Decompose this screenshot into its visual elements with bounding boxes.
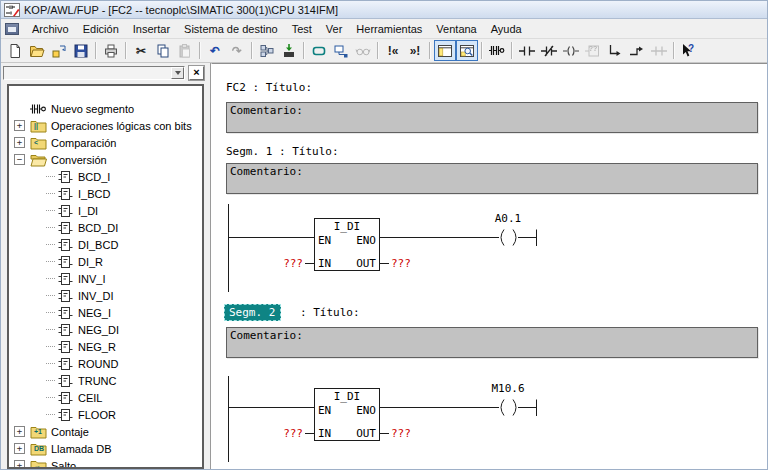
- toolbar-separator: [95, 42, 97, 59]
- contact-nc-button[interactable]: [538, 40, 560, 61]
- tree-item-round[interactable]: ROUND: [9, 355, 202, 372]
- tree-item-neg-di[interactable]: NEG_DI: [9, 321, 202, 338]
- in-pin-label: IN: [318, 257, 331, 270]
- save-button[interactable]: [70, 40, 92, 61]
- coil-operand[interactable]: M10.6: [491, 382, 524, 395]
- menu-archivo[interactable]: Archivo: [25, 20, 76, 38]
- open-button[interactable]: [26, 40, 48, 61]
- cut-button[interactable]: ✂: [130, 40, 152, 61]
- menu-sistema-de-destino[interactable]: Sistema de destino: [177, 20, 285, 38]
- output-coil[interactable]: M10.6: [491, 382, 536, 416]
- new-button[interactable]: [4, 40, 26, 61]
- next-error-button[interactable]: »!: [404, 40, 426, 61]
- monitor-button[interactable]: [308, 40, 330, 61]
- tree-item-operaciones-l-gicas-con-bits[interactable]: +||Operaciones lógicas con bits: [9, 117, 202, 134]
- tree-item-neg-i[interactable]: NEG_I: [9, 304, 202, 321]
- tree-item-llamada-db[interactable]: +DBLlamada DB: [9, 440, 202, 457]
- output-coil[interactable]: A0.1: [495, 212, 537, 246]
- folder-badge: ||: [34, 122, 38, 129]
- comment-label: Comentario:: [230, 329, 303, 342]
- tree-item-neg-r[interactable]: NEG_R: [9, 338, 202, 355]
- copy-button[interactable]: [152, 40, 174, 61]
- menu-ver[interactable]: Ver: [319, 20, 350, 38]
- segment-icon: [30, 102, 47, 116]
- tree-item-bcd-di[interactable]: BCD_DI: [9, 219, 202, 236]
- coil-operand[interactable]: A0.1: [495, 212, 522, 225]
- contact-no-button[interactable]: [516, 40, 538, 61]
- out-operand-placeholder[interactable]: ???: [391, 257, 411, 270]
- combo-dropdown-button[interactable]: [171, 67, 184, 79]
- menu-ayuda[interactable]: Ayuda: [484, 20, 529, 38]
- save-block-button[interactable]: [48, 40, 70, 61]
- tree-item-trunc[interactable]: TRUNC: [9, 372, 202, 389]
- prev-error-button[interactable]: !«: [382, 40, 404, 61]
- close-sidebar-button[interactable]: ×: [189, 66, 204, 80]
- undo-button[interactable]: ↶: [204, 40, 226, 61]
- block-comment-box[interactable]: Comentario:: [226, 102, 758, 133]
- tree-item-label: BCD_DI: [78, 222, 118, 234]
- in-operand-placeholder[interactable]: ???: [283, 257, 303, 270]
- tree-item-inv-di[interactable]: INV_DI: [9, 287, 202, 304]
- redo-button: ↷: [226, 40, 248, 61]
- segment1-title[interactable]: Segm. 1 : Título:: [226, 145, 339, 158]
- open-branch-button[interactable]: [604, 40, 626, 61]
- tree-item-conversi-n[interactable]: −Conversión: [9, 151, 202, 168]
- tree-item-floor[interactable]: FLOOR: [9, 406, 202, 423]
- menu-test[interactable]: Test: [285, 20, 319, 38]
- expand-icon[interactable]: +: [14, 460, 25, 469]
- segment2-comment-box[interactable]: Comentario:: [226, 327, 758, 358]
- print-button[interactable]: [100, 40, 122, 61]
- connect-icon: [333, 43, 349, 59]
- box-element-icon: [57, 170, 74, 184]
- connection-button[interactable]: [330, 40, 352, 61]
- child-window-icon[interactable]: [5, 23, 19, 35]
- menu-ventana[interactable]: Ventana: [429, 20, 483, 38]
- tree-item-label: NEG_DI: [78, 324, 119, 336]
- tree-item-di-bcd[interactable]: DI_BCD: [9, 236, 202, 253]
- box-element-icon: [57, 391, 74, 405]
- menu-insertar[interactable]: Insertar: [126, 20, 177, 38]
- download-button[interactable]: [278, 40, 300, 61]
- tree-item-nuevo-segmento[interactable]: Nuevo segmento: [9, 100, 202, 117]
- in-operand-placeholder[interactable]: ???: [283, 427, 303, 440]
- tree-item-inv-i[interactable]: INV_I: [9, 270, 202, 287]
- segment2-selected-label[interactable]: Segm. 2: [224, 304, 281, 321]
- palette-tree: Nuevo segmento+||Operaciones lógicas con…: [7, 84, 204, 469]
- zoom-window-toggle[interactable]: [456, 40, 478, 61]
- ladder-editor-canvas[interactable]: FC2 : Título: Comentario: Segm. 1 : Títu…: [211, 63, 767, 469]
- coil-button[interactable]: [560, 40, 582, 61]
- expand-icon[interactable]: +: [14, 120, 25, 131]
- folder-icon: →: [30, 459, 47, 470]
- expand-icon[interactable]: +: [14, 443, 25, 454]
- menu-edici-n[interactable]: Edición: [76, 20, 126, 38]
- help-cursor-button[interactable]: ?: [678, 40, 700, 61]
- tree-item-i-di[interactable]: I_DI: [9, 202, 202, 219]
- overview-toggle[interactable]: [434, 40, 456, 61]
- tree-item-di-r[interactable]: DI_R: [9, 253, 202, 270]
- call-structure-button[interactable]: [256, 40, 278, 61]
- tree-item-label: I_DI: [78, 205, 98, 217]
- tree-item-comparaci-n[interactable]: +<Comparación: [9, 134, 202, 151]
- tree-item-bcd-i[interactable]: BCD_I: [9, 168, 202, 185]
- segment1-comment-box[interactable]: Comentario:: [226, 163, 758, 194]
- new-segment-button[interactable]: [486, 40, 508, 61]
- i-di-block[interactable]: I_DI EN ENO IN OUT: [315, 389, 380, 441]
- tree-item-i-bcd[interactable]: I_BCD: [9, 185, 202, 202]
- expand-icon[interactable]: +: [14, 426, 25, 437]
- tree-item-salto[interactable]: +→Salto: [9, 457, 202, 469]
- toolbar-separator: [251, 42, 253, 59]
- close-branch-button[interactable]: [626, 40, 648, 61]
- tree-item-ceil[interactable]: CEIL: [9, 389, 202, 406]
- i-di-block[interactable]: I_DI EN ENO IN OUT: [315, 219, 380, 271]
- block-title[interactable]: FC2 : Título:: [226, 81, 312, 94]
- menu-herramientas[interactable]: Herramientas: [349, 20, 429, 38]
- segment2-title-suffix[interactable]: : Título:: [300, 306, 360, 319]
- out-operand-placeholder[interactable]: ???: [391, 427, 411, 440]
- expand-icon[interactable]: +: [14, 137, 25, 148]
- tree-item-label: DI_R: [78, 256, 103, 268]
- tree-item-contaje[interactable]: ++1Contaje: [9, 423, 202, 440]
- tree-item-label: CEIL: [78, 392, 102, 404]
- element-filter-combobox[interactable]: [3, 66, 185, 80]
- elements-sidebar: × Nuevo segmento+||Operaciones lógicas c…: [1, 63, 211, 469]
- collapse-icon[interactable]: −: [14, 154, 25, 165]
